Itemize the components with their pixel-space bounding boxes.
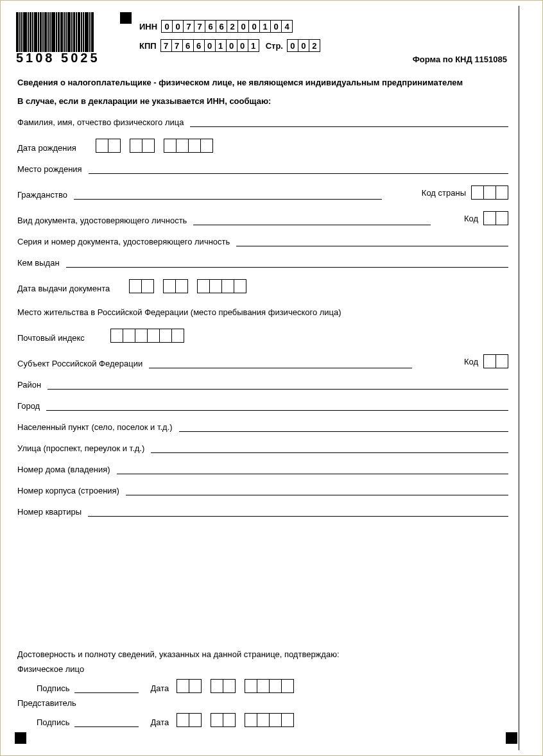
building-label: Номер корпуса (строения) xyxy=(17,486,119,495)
issued-by-input[interactable] xyxy=(66,258,508,268)
form-code: Форма по КНД 1151085 xyxy=(413,55,507,64)
signature-label-rep: Подпись xyxy=(37,717,69,727)
issue-day[interactable] xyxy=(129,279,154,293)
kpp-cell: 1 xyxy=(248,39,259,52)
rep-date-year[interactable] xyxy=(245,713,294,727)
settlement-input[interactable] xyxy=(179,422,508,432)
house-label: Номер дома (владения) xyxy=(17,465,110,474)
barcode: 5108 5025 xyxy=(16,12,112,64)
sig-date-year[interactable] xyxy=(245,679,294,693)
dob-label: Дата рождения xyxy=(17,143,76,153)
doc-code-label: Код xyxy=(464,214,478,223)
dob-month[interactable] xyxy=(130,139,155,153)
postcode-label: Почтовый индекс xyxy=(17,333,85,343)
inn-cell: 0 xyxy=(270,20,282,33)
kpp-cell: 1 xyxy=(215,39,227,52)
sig-date-month[interactable] xyxy=(211,679,236,693)
street-input[interactable] xyxy=(151,443,508,453)
rep-date-month[interactable] xyxy=(211,713,236,727)
birthplace-input[interactable] xyxy=(89,164,508,174)
page-title: Сведения о налогоплательщике - физическо… xyxy=(17,78,508,87)
field-building: Номер корпуса (строения) xyxy=(17,486,508,495)
subject-input[interactable] xyxy=(149,359,412,368)
subject-code-label: Код xyxy=(464,357,478,366)
subject-code-input[interactable] xyxy=(483,354,508,368)
district-input[interactable] xyxy=(47,380,508,390)
flat-label: Номер квартиры xyxy=(17,507,82,517)
inn-cell: 0 xyxy=(172,20,184,33)
dob-day[interactable] xyxy=(96,139,121,153)
street-label: Улица (проспект, переулок и т.д.) xyxy=(17,443,144,453)
field-issue-date: Дата выдачи документа xyxy=(17,279,508,293)
settlement-label: Населенный пункт (село, поселок и т.д.) xyxy=(17,422,173,432)
flat-input[interactable] xyxy=(88,507,508,517)
issue-year[interactable] xyxy=(197,279,246,293)
inn-cell: 4 xyxy=(281,20,293,33)
field-dob: Дата рождения xyxy=(17,139,508,153)
corner-marker-icon xyxy=(120,12,132,24)
kpp-cell: 6 xyxy=(193,39,205,52)
content-frame: 5108 5025 ИНН 0 0 7 7 6 6 2 0 0 1 0 4 xyxy=(7,6,519,750)
doc-code-input[interactable] xyxy=(483,211,508,225)
inn-cell: 0 xyxy=(237,20,249,33)
issue-month[interactable] xyxy=(163,279,188,293)
form-page: 5108 5025 ИНН 0 0 7 7 6 6 2 0 0 1 0 4 xyxy=(0,0,543,756)
fio-input[interactable] xyxy=(190,117,508,127)
field-street: Улица (проспект, переулок и т.д.) xyxy=(17,443,508,453)
doc-type-input[interactable] xyxy=(193,216,431,225)
kpp-cell: 6 xyxy=(182,39,194,52)
field-district: Район xyxy=(17,380,508,390)
footer-block: Достоверность и полноту сведений, указан… xyxy=(17,649,508,727)
doc-series-input[interactable] xyxy=(236,237,508,246)
kpp-label: КПП xyxy=(139,41,157,51)
city-label: Город xyxy=(17,401,40,411)
page-label: Стр. xyxy=(266,41,283,51)
doc-series-label: Серия и номер документа, удостоверяющего… xyxy=(17,237,230,246)
sig-date-day[interactable] xyxy=(177,679,202,693)
postcode-input[interactable] xyxy=(110,329,184,343)
date-label-rep: Дата xyxy=(150,717,169,727)
inn-cell: 7 xyxy=(183,20,194,33)
dob-year[interactable] xyxy=(164,139,213,153)
residence-label: Место жительства в Российской Федерации … xyxy=(17,307,341,317)
citizenship-label: Гражданство xyxy=(17,190,67,200)
page-cell: 2 xyxy=(309,39,320,52)
house-input[interactable] xyxy=(117,465,508,474)
kpp-cell: 7 xyxy=(171,39,183,52)
field-fio: Фамилия, имя, отчество физического лица xyxy=(17,117,508,127)
field-birthplace: Место рождения xyxy=(17,164,508,174)
corner-marker-icon xyxy=(506,732,517,744)
city-input[interactable] xyxy=(46,401,508,411)
kpp-cell: 7 xyxy=(160,39,172,52)
field-doc-series: Серия и номер документа, удостоверяющего… xyxy=(17,237,508,246)
footer-representative: Представитель xyxy=(17,698,508,708)
field-residence: Место жительства в Российской Федерации … xyxy=(17,307,508,317)
field-house: Номер дома (владения) xyxy=(17,465,508,474)
inn-cell: 0 xyxy=(161,20,173,33)
kpp-cell: 0 xyxy=(204,39,216,52)
kpp-cells: 7 7 6 6 0 1 0 0 1 xyxy=(160,39,259,52)
field-subject: Субъект Российской Федерации Код xyxy=(17,354,508,368)
field-settlement: Населенный пункт (село, поселок и т.д.) xyxy=(17,422,508,432)
country-code-input[interactable] xyxy=(471,185,508,200)
kpp-cell: 0 xyxy=(226,39,237,52)
field-city: Город xyxy=(17,401,508,411)
birthplace-label: Место рождения xyxy=(17,164,82,174)
field-postcode: Почтовый индекс xyxy=(17,329,508,343)
citizenship-input[interactable] xyxy=(74,190,382,200)
signature-line-representative[interactable] xyxy=(74,717,139,727)
page-cell: 0 xyxy=(298,39,309,52)
signature-line-individual[interactable] xyxy=(74,683,139,693)
field-issued-by: Кем выдан xyxy=(17,258,508,268)
signature-label: Подпись xyxy=(37,683,69,693)
inn-cell: 6 xyxy=(205,20,216,33)
district-label: Район xyxy=(17,380,41,390)
page-subtitle: В случае, если в декларации не указывает… xyxy=(17,96,508,106)
barcode-text: 5108 5025 xyxy=(16,51,112,65)
page-cell: 0 xyxy=(287,39,298,52)
field-doc-type: Вид документа, удостоверяющего личность … xyxy=(17,211,508,225)
building-input[interactable] xyxy=(126,486,508,495)
doc-type-label: Вид документа, удостоверяющего личность xyxy=(17,216,187,225)
footer-individual: Физическое лицо xyxy=(17,664,508,674)
rep-date-day[interactable] xyxy=(177,713,202,727)
